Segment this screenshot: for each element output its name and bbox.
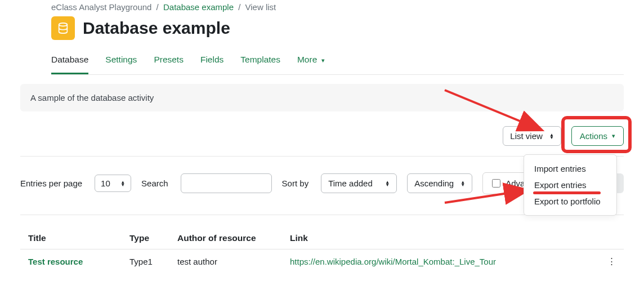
tab-more-label: More: [297, 55, 317, 64]
view-select[interactable]: List view ▲▼: [503, 126, 561, 146]
col-type: Type: [122, 227, 169, 249]
entries-per-page-value: 10: [101, 179, 110, 188]
advanced-search-checkbox[interactable]: [492, 179, 500, 188]
entries-per-page-label: Entries per page: [20, 179, 82, 188]
menu-import-entries[interactable]: Import entries: [526, 160, 614, 177]
sortby-label: Sort by: [282, 179, 309, 188]
breadcrumb-leaf: View list: [245, 2, 276, 12]
view-select-label: List view: [510, 131, 543, 141]
breadcrumb-mid[interactable]: Database example: [163, 2, 234, 12]
svg-point-0: [59, 23, 68, 26]
menu-export-entries[interactable]: Export entries: [526, 177, 614, 193]
col-link: Link: [282, 227, 600, 249]
breadcrumb-root[interactable]: eClass Analyst Playground: [51, 2, 151, 12]
entry-title-link[interactable]: Test resource: [28, 257, 83, 266]
col-author: Author of resource: [169, 227, 282, 249]
sortby-select[interactable]: Time added ▲▼: [321, 173, 397, 193]
tab-fields[interactable]: Fields: [200, 49, 223, 74]
row-actions-icon[interactable]: ⋮: [600, 249, 624, 274]
chevron-down-icon: ▾: [321, 57, 325, 64]
entries-per-page-select[interactable]: 10 ▲▼: [95, 175, 131, 192]
sortby-value: Time added: [328, 179, 373, 188]
order-select[interactable]: Ascending ▲▼: [407, 173, 472, 193]
chevron-down-icon: ▾: [612, 132, 615, 140]
breadcrumb: eClass Analyst Playground / Database exa…: [51, 0, 624, 12]
updown-icon: ▲▼: [120, 181, 125, 186]
updown-icon: ▲▼: [460, 181, 465, 186]
breadcrumb-sep: /: [156, 2, 159, 12]
actions-button-label: Actions: [580, 131, 607, 141]
entry-type: Type1: [122, 249, 169, 274]
tab-presets[interactable]: Presets: [154, 49, 184, 74]
database-icon: [51, 16, 75, 40]
actions-button[interactable]: Actions ▾: [571, 126, 624, 146]
col-title: Title: [20, 227, 122, 249]
tab-more[interactable]: More ▾: [297, 49, 325, 74]
search-label: Search: [141, 179, 168, 188]
breadcrumb-sep: /: [238, 2, 240, 12]
menu-export-entries-label: Export entries: [534, 180, 587, 190]
intro-box: A sample of the database activity: [20, 84, 624, 111]
updown-icon: ▲▼: [549, 133, 554, 139]
tab-templates[interactable]: Templates: [240, 49, 280, 74]
search-input[interactable]: [181, 173, 272, 193]
page-title: Database example: [83, 19, 230, 38]
tab-database[interactable]: Database: [51, 49, 88, 74]
tabs: Database Settings Presets Fields Templat…: [51, 46, 624, 75]
entry-author: test author: [169, 249, 282, 274]
entry-link[interactable]: https://en.wikipedia.org/wiki/Mortal_Kom…: [290, 257, 496, 266]
entries-table: Title Type Author of resource Link Test …: [20, 227, 624, 273]
actions-dropdown: Import entries Export entries Export to …: [524, 154, 617, 216]
menu-export-portfolio[interactable]: Export to portfolio: [526, 193, 614, 209]
tab-settings[interactable]: Settings: [105, 49, 137, 74]
table-row: Test resource Type1 test author https://…: [20, 249, 624, 274]
updown-icon: ▲▼: [385, 181, 390, 186]
order-value: Ascending: [414, 179, 454, 188]
